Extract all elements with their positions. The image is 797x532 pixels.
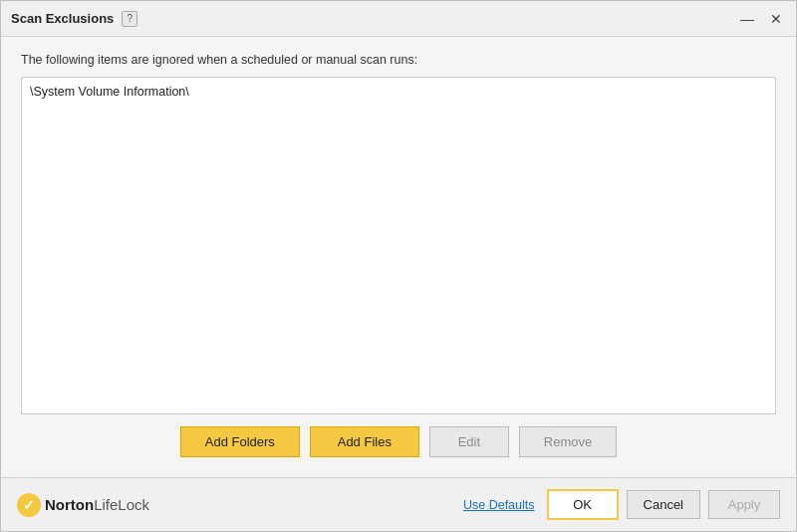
add-folders-button[interactable]: Add Folders	[180, 426, 300, 457]
remove-button[interactable]: Remove	[519, 426, 617, 457]
edit-button[interactable]: Edit	[429, 426, 509, 457]
ok-button[interactable]: OK	[547, 489, 619, 520]
title-bar-controls: — ✕	[736, 10, 786, 28]
cancel-button[interactable]: Cancel	[627, 490, 700, 519]
norton-check-icon: ✓	[17, 493, 41, 517]
title-bar-left: Scan Exclusions ?	[11, 11, 137, 27]
window-title: Scan Exclusions	[11, 11, 114, 26]
description-text: The following items are ignored when a s…	[21, 53, 776, 67]
exclusion-item: \System Volume Information\	[30, 84, 767, 100]
main-content: The following items are ignored when a s…	[1, 37, 796, 477]
norton-brand-name: NortonLifeLock	[45, 496, 149, 513]
footer: ✓ NortonLifeLock Use Defaults OK Cancel …	[1, 477, 796, 531]
help-icon[interactable]: ?	[122, 11, 137, 27]
exclusions-list[interactable]: \System Volume Information\	[21, 77, 776, 414]
use-defaults-button[interactable]: Use Defaults	[463, 498, 535, 512]
add-files-button[interactable]: Add Files	[310, 426, 419, 457]
action-buttons: Add Folders Add Files Edit Remove	[21, 426, 776, 457]
title-bar: Scan Exclusions ? — ✕	[1, 1, 796, 37]
footer-buttons: Use Defaults OK Cancel Apply	[463, 489, 780, 520]
minimize-button[interactable]: —	[736, 10, 758, 28]
close-button[interactable]: ✕	[766, 10, 786, 28]
norton-logo: ✓ NortonLifeLock	[17, 493, 149, 517]
apply-button[interactable]: Apply	[708, 490, 780, 519]
scan-exclusions-window: Scan Exclusions ? — ✕ The following item…	[0, 0, 797, 532]
